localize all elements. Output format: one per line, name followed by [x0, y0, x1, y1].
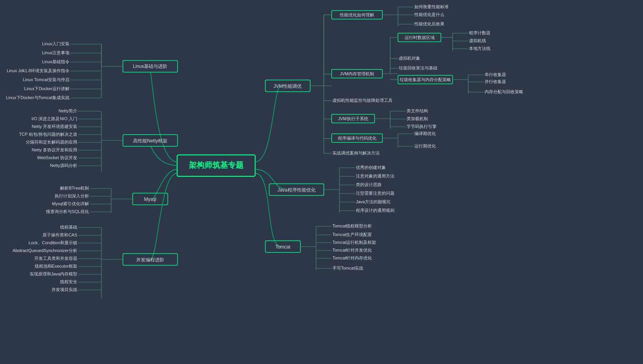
- linux-branch-label: Linux基础与进阶: [133, 64, 168, 69]
- jvm-exec-3: 字节码执行引擎: [407, 124, 437, 129]
- netty-item-5: 分隔符和定长解码器的应用: [26, 140, 77, 144]
- jvm-perf-1: 如何衡量性能标准: [414, 4, 449, 9]
- mysql-item-4: 慢查询分析与SQL优化: [46, 209, 89, 214]
- linux-item-7: Linux下Docker与Tomcat集成实战: [6, 95, 69, 100]
- mysql-branch-label: Mysql: [144, 197, 156, 202]
- svg-rect-0: [0, 0, 643, 364]
- center-label: 架构师筑基专题: [189, 161, 243, 169]
- netty-item-2: I/O 演进之路及NIO 入门: [32, 116, 77, 121]
- jvm-perf-3: 性能优化后效果: [414, 21, 444, 26]
- linux-item-3: Linux基础指令: [42, 59, 69, 64]
- concurrent-item-1: 线程基础: [60, 225, 77, 229]
- linux-item-2: Linux注意事项: [42, 50, 69, 55]
- jvm-gc-2: 并行收集器: [485, 79, 506, 84]
- jvm-compile: 程序编译与代码优化: [338, 136, 377, 140]
- jvm-exec-1: 类文件结构: [407, 108, 428, 113]
- concurrent-item-7: 实现原理和Java内存模型: [30, 272, 77, 276]
- concurrent-item-4: AbstractQueuedSynchronizer分析: [12, 248, 77, 253]
- jvm-gc-1: 串行收集器: [485, 72, 506, 77]
- jvm-monitor: 虚拟机性能监控与故障处理工具: [332, 98, 393, 103]
- netty-item-8: Netty源码分析: [50, 163, 77, 168]
- javaperf-branch-label: Java程序性能优化: [277, 187, 315, 193]
- netty-item-1: Netty简介: [59, 108, 77, 113]
- javaperf-2: 注意对象的通用方法: [356, 174, 394, 178]
- tomcat-1: Tomcat线程模型分析: [332, 224, 372, 228]
- tomcat-2: Tomcat生产环境配置: [332, 232, 372, 237]
- tomcat-3: Tomcat运行机制及框架: [332, 240, 376, 245]
- jvm-compile-2: 运行期优化: [414, 144, 436, 148]
- concurrent-item-5: 开发工具类和并发容器: [34, 256, 77, 261]
- jvm-perf-2: 性能优化是什么: [414, 12, 444, 17]
- mysql-item-2: 执行计划深入分析: [55, 194, 89, 198]
- jvm-runtime: 运行时数据区域: [405, 35, 435, 40]
- javaperf-4: 注型需要注意的问题: [356, 191, 394, 195]
- jvm-gc-3: 内存分配与回收策略: [485, 89, 523, 94]
- mysql-item-1: 解析BTree机制: [60, 186, 89, 190]
- javaperf-3: 类的设计思路: [356, 182, 382, 187]
- jvm-vmobj: 虚拟机对象: [399, 56, 420, 60]
- mysql-item-3: Mysql索引优化详解: [52, 201, 89, 206]
- jvm-mem-group: JVM内存管理机制: [340, 71, 374, 76]
- netty-item-4: TCP 粘包/拆包问题的解决之道: [19, 132, 77, 137]
- javaperf-5: Java方法的鄙视坑: [356, 199, 391, 204]
- jvm-runtime-3: 本地方法线: [469, 46, 490, 51]
- jvm-gc-strategy: 垃圾收集器与内存分配策略: [399, 77, 451, 82]
- jvm-perf-group: 性能优化如何理解: [339, 12, 374, 17]
- tomcat-4: Tomcat针对并发优化: [332, 248, 372, 252]
- javaperf-6: 程序设计的通用规则: [356, 208, 394, 213]
- netty-item-6: Netty 多协议开发和应用: [32, 147, 77, 152]
- javaperf-1: 优秀的创建对象: [356, 165, 386, 170]
- jvm-exec: JVM执行子系统: [338, 116, 368, 121]
- concurrent-item-8: 线程安全: [60, 279, 77, 284]
- linux-item-4: Linux Jdk1.8环境安装及操作指令: [7, 68, 69, 73]
- mindmap-canvas: 架构师筑基专题 Linux基础与进阶 Linux入门安装 Linux注意事项 L…: [0, 0, 643, 364]
- jvm-runtime-2: 虚拟机线: [469, 38, 486, 43]
- jvm-gc-algo: 垃圾回收算法与基础: [398, 66, 437, 70]
- tomcat-5: Tomcat针对内存优化: [332, 256, 372, 260]
- jvm-compile-1: 编译期优化: [414, 131, 436, 136]
- concurrent-item-2: 原子操作类和CAS: [43, 233, 77, 237]
- netty-item-3: Netty 开发环境搭建安装: [32, 124, 77, 129]
- tomcat-6: 手写Tomcat实战: [332, 266, 363, 270]
- jvm-runtime-1: 程序计数器: [469, 30, 490, 35]
- concurrent-item-9: 并发项目实战: [52, 287, 77, 292]
- netty-branch-label: 高性能Netty框架: [133, 138, 167, 144]
- tomcat-branch-label: Tomcat: [275, 244, 291, 250]
- concurrent-branch-label: 并发编程进阶: [136, 257, 164, 263]
- concurrent-item-3: Lock、Condition和显示锁: [28, 240, 77, 245]
- jvm-case: 实战调优案例与解决方法: [332, 151, 380, 155]
- linux-item-5: Linux Tomcat安装与停启: [23, 77, 69, 82]
- linux-item-6: Linux下Docker运行讲解: [24, 86, 69, 91]
- jvm-exec-2: 类加载机制: [407, 116, 428, 121]
- jvm-branch-label: JVM性能调优: [274, 83, 302, 89]
- linux-item-1: Linux入门安装: [42, 41, 69, 46]
- concurrent-item-6: 线程池和Executor框架: [35, 264, 77, 268]
- netty-item-7: WebSocket 协议开发: [37, 155, 77, 160]
